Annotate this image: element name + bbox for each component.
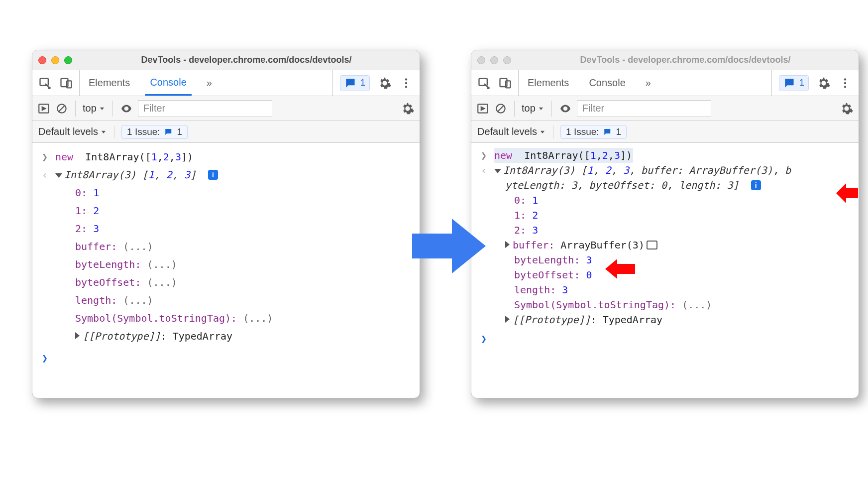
- toggle-sidebar-icon[interactable]: [37, 102, 50, 115]
- levels-selector[interactable]: Default levels: [477, 126, 546, 137]
- svg-point-5: [405, 86, 407, 88]
- svg-line-21: [498, 106, 504, 111]
- prop-row[interactable]: Symbol(Symbol.toStringTag): (...): [75, 309, 413, 327]
- context-selector[interactable]: top: [83, 103, 106, 114]
- traffic-lights: [477, 56, 511, 64]
- minimize-window-icon[interactable]: [51, 56, 59, 64]
- prompt-line[interactable]: ❯: [478, 331, 852, 346]
- info-badge-icon[interactable]: i: [208, 170, 218, 180]
- svg-marker-25: [836, 183, 858, 203]
- console-toolbar: top Filter: [32, 96, 420, 121]
- prop-row[interactable]: byteOffset: (...): [75, 273, 413, 291]
- filter-input[interactable]: Filter: [577, 100, 711, 117]
- console-settings-gear-icon[interactable]: [840, 102, 854, 116]
- input-line[interactable]: ❯ new Int8Array([1,2,3]): [39, 148, 413, 166]
- prompt-chevron-icon: ❯: [478, 331, 489, 346]
- device-toolbar-icon[interactable]: [59, 76, 73, 90]
- input-chevron-icon: ❯: [39, 148, 50, 166]
- buffer-row[interactable]: buffer: ArrayBuffer(3): [505, 238, 852, 252]
- devtools-window-before: DevTools - developer.chrome.com/docs/dev…: [32, 50, 420, 398]
- settings-gear-icon[interactable]: [817, 76, 831, 90]
- prompt-line[interactable]: ❯: [39, 349, 413, 367]
- svg-marker-23: [541, 130, 544, 133]
- context-selector-label: top: [83, 103, 97, 114]
- kebab-menu-icon[interactable]: [400, 77, 413, 90]
- prop-row[interactable]: buffer: (...): [75, 238, 413, 255]
- prop-row[interactable]: Symbol(Symbol.toStringTag): (...): [514, 297, 852, 312]
- inspect-element-icon[interactable]: [38, 76, 52, 90]
- annotation-arrow-icon: [836, 182, 858, 204]
- title-bar: DevTools - developer.chrome.com/docs/dev…: [32, 50, 420, 70]
- console-body[interactable]: ❯ new Int8Array([1,2,3]) ‹ Int8Array(3) …: [32, 143, 420, 398]
- svg-rect-0: [40, 78, 48, 85]
- output-chevron-icon: ‹: [478, 163, 489, 178]
- svg-marker-10: [100, 107, 104, 110]
- svg-marker-11: [102, 130, 106, 133]
- issues-row: Default levels 1 Issue: 1: [471, 121, 859, 143]
- svg-point-3: [405, 78, 407, 80]
- tab-console[interactable]: Console: [584, 70, 630, 96]
- levels-label: Default levels: [38, 126, 98, 137]
- tab-elements[interactable]: Elements: [523, 70, 574, 96]
- issue-count-pill[interactable]: 1 Issue: 1: [560, 125, 627, 139]
- close-window-icon[interactable]: [38, 56, 46, 64]
- console-body[interactable]: ❯ new Int8Array([1,2,3]) ‹ Int8Array(3) …: [471, 143, 859, 398]
- close-window-icon[interactable]: [477, 56, 485, 64]
- context-selector[interactable]: top: [522, 103, 544, 114]
- live-expression-eye-icon[interactable]: [120, 102, 133, 115]
- filter-input[interactable]: Filter: [138, 100, 272, 117]
- levels-selector[interactable]: Default levels: [38, 126, 107, 137]
- title-bar: DevTools - developer.chrome.com/docs/dev…: [471, 50, 859, 70]
- inspect-element-icon[interactable]: [477, 76, 491, 90]
- tab-overflow[interactable]: »: [202, 70, 217, 96]
- info-badge-icon[interactable]: i: [751, 180, 761, 190]
- prop-row[interactable]: byteLength: (...): [75, 255, 413, 273]
- devtools-window-after: DevTools - developer.chrome.com/docs/dev…: [471, 50, 859, 398]
- expand-toggle-icon[interactable]: [494, 169, 501, 173]
- svg-point-17: [844, 86, 846, 88]
- tab-overflow[interactable]: »: [641, 70, 656, 96]
- output-line[interactable]: ‹ Int8Array(3) [1, 2, 3] i: [39, 166, 413, 184]
- clear-console-icon[interactable]: [494, 102, 507, 115]
- zoom-window-icon[interactable]: [64, 56, 72, 64]
- input-chevron-icon: ❯: [478, 148, 489, 163]
- issue-count-pill[interactable]: 1 Issue: 1: [121, 125, 188, 139]
- console-settings-gear-icon[interactable]: [401, 102, 415, 116]
- traffic-lights: [38, 56, 72, 64]
- window-title: DevTools - developer.chrome.com/docs/dev…: [518, 55, 853, 65]
- svg-point-15: [844, 78, 846, 80]
- prototype-row[interactable]: [[Prototype]]: TypedArray: [75, 327, 413, 345]
- svg-line-9: [59, 106, 65, 111]
- expand-toggle-icon[interactable]: [505, 316, 510, 323]
- issues-count: 1: [799, 78, 804, 88]
- svg-marker-7: [42, 107, 46, 110]
- input-line[interactable]: ❯ new Int8Array([1,2,3]): [478, 148, 852, 163]
- toggle-sidebar-icon[interactable]: [476, 102, 489, 115]
- issues-row: Default levels 1 Issue: 1: [32, 121, 420, 143]
- zoom-window-icon[interactable]: [503, 56, 511, 64]
- expand-toggle-icon[interactable]: [55, 173, 62, 178]
- device-toolbar-icon[interactable]: [498, 76, 512, 90]
- prototype-row[interactable]: [[Prototype]]: TypedArray: [505, 312, 852, 327]
- live-expression-eye-icon[interactable]: [559, 102, 572, 115]
- tab-elements[interactable]: Elements: [84, 70, 135, 96]
- issues-badge[interactable]: 1: [340, 75, 370, 91]
- prompt-chevron-icon: ❯: [39, 349, 50, 367]
- memory-inspector-icon[interactable]: [647, 241, 657, 249]
- tab-console[interactable]: Console: [145, 70, 191, 96]
- issue-row-count: 1: [177, 126, 183, 137]
- issues-badge[interactable]: 1: [779, 75, 809, 91]
- settings-gear-icon[interactable]: [378, 76, 392, 90]
- prop-row[interactable]: length: (...): [75, 291, 413, 309]
- window-title: DevTools - developer.chrome.com/docs/dev…: [79, 55, 414, 65]
- clear-console-icon[interactable]: [55, 102, 68, 115]
- minimize-window-icon[interactable]: [490, 56, 498, 64]
- kebab-menu-icon[interactable]: [839, 77, 852, 90]
- output-chevron-icon: ‹: [39, 166, 50, 184]
- expand-toggle-icon[interactable]: [75, 332, 80, 339]
- annotation-arrow-icon: [605, 258, 635, 280]
- svg-rect-12: [479, 78, 487, 85]
- expand-toggle-icon[interactable]: [505, 241, 510, 248]
- output-line[interactable]: ‹ Int8Array(3) [1, 2, 3, buffer: ArrayBu…: [478, 163, 852, 193]
- main-tabs: Elements Console »: [80, 70, 332, 96]
